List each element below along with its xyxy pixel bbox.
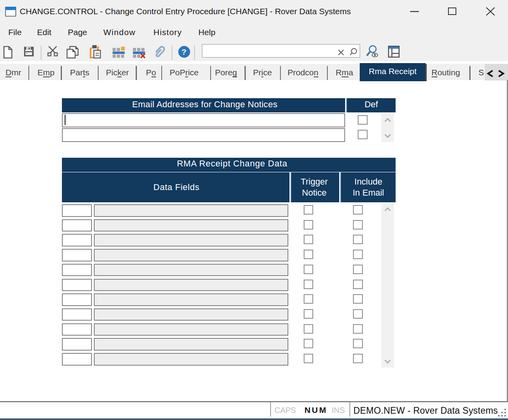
svg-text:?: ? <box>181 47 187 56</box>
